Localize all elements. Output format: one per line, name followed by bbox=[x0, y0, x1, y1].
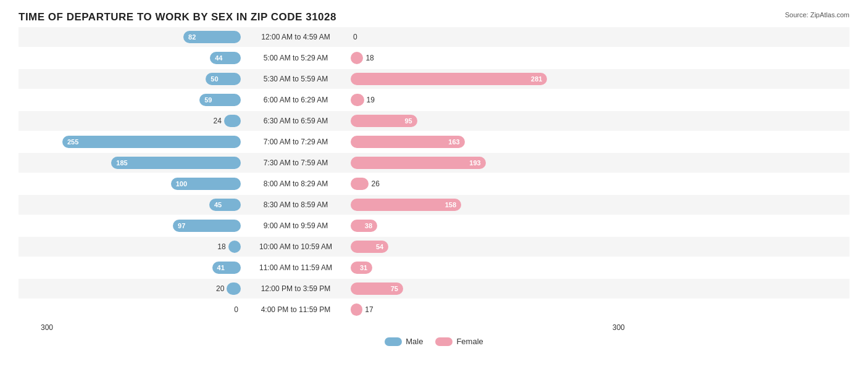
female-bar: 95 bbox=[351, 115, 417, 127]
female-bar: 54 bbox=[351, 241, 388, 253]
female-bar-container: 163 bbox=[351, 136, 573, 148]
male-bar: 255 bbox=[62, 136, 241, 148]
chart-row: 979:00 AM to 9:59 AM38 bbox=[19, 216, 849, 236]
female-bar: 38 bbox=[351, 220, 377, 232]
male-bar: 82 bbox=[183, 31, 241, 43]
female-bar: 163 bbox=[351, 136, 465, 148]
chart-row: 505:30 AM to 5:59 AM281 bbox=[19, 69, 849, 89]
male-num-label: 18 bbox=[207, 242, 226, 251]
axis-row: 300 300 bbox=[19, 323, 849, 332]
male-bar-container: 24 bbox=[19, 115, 241, 127]
male-bar: 45 bbox=[209, 199, 241, 211]
chart-row: 04:00 PM to 11:59 PM17 bbox=[19, 300, 849, 320]
chart-row: 4111:00 AM to 11:59 AM31 bbox=[19, 258, 849, 278]
time-range-label: 10:00 AM to 10:59 AM bbox=[241, 242, 351, 251]
female-bar-container: 38 bbox=[351, 220, 573, 232]
male-bar bbox=[227, 282, 241, 295]
male-bar-container: 0 bbox=[19, 303, 241, 316]
time-range-label: 6:00 AM to 6:29 AM bbox=[241, 96, 351, 104]
male-bar-container: 41 bbox=[19, 262, 241, 274]
female-bar-inside-label: 75 bbox=[391, 285, 403, 292]
female-bar bbox=[351, 178, 369, 190]
axis-left-label: 300 bbox=[19, 323, 56, 332]
chart-row: 1810:00 AM to 10:59 AM54 bbox=[19, 237, 849, 257]
legend-male-color bbox=[385, 337, 402, 346]
female-bar-inside-label: 38 bbox=[365, 222, 377, 229]
male-bar-container: 185 bbox=[19, 157, 241, 169]
female-bar-container: 95 bbox=[351, 115, 573, 127]
time-range-label: 7:30 AM to 7:59 AM bbox=[241, 159, 351, 167]
legend-female: Female bbox=[435, 337, 483, 346]
female-bar: 193 bbox=[351, 157, 486, 169]
male-bar-inside-label: 100 bbox=[171, 180, 187, 188]
time-range-label: 6:30 AM to 6:59 AM bbox=[241, 117, 351, 125]
male-bar-inside-label: 44 bbox=[210, 54, 222, 62]
female-bar-inside-label: 163 bbox=[448, 138, 464, 146]
female-bar-container: 18 bbox=[351, 52, 573, 64]
male-bar: 50 bbox=[206, 73, 241, 85]
male-bar-inside-label: 50 bbox=[206, 75, 218, 83]
female-bar-container: 17 bbox=[351, 303, 573, 316]
male-num-label: 0 bbox=[220, 305, 238, 314]
legend: Male Female bbox=[19, 337, 849, 346]
source-label: Source: ZipAtlas.com bbox=[785, 11, 849, 19]
male-bar: 185 bbox=[111, 157, 241, 169]
male-bar bbox=[224, 115, 241, 127]
time-range-label: 4:00 PM to 11:59 PM bbox=[241, 305, 351, 314]
male-bar-container: 82 bbox=[19, 31, 241, 43]
time-range-label: 11:00 AM to 11:59 AM bbox=[241, 263, 351, 272]
male-bar-inside-label: 41 bbox=[212, 264, 225, 271]
chart-row: 596:00 AM to 6:29 AM19 bbox=[19, 90, 849, 110]
female-bar: 31 bbox=[351, 262, 372, 274]
chart-row: 246:30 AM to 6:59 AM95 bbox=[19, 111, 849, 131]
time-range-label: 12:00 PM to 3:59 PM bbox=[241, 284, 351, 293]
chart-row: 458:30 AM to 8:59 AM158 bbox=[19, 195, 849, 215]
legend-male: Male bbox=[385, 337, 423, 346]
male-bar-container: 50 bbox=[19, 73, 241, 85]
female-bar-container: 193 bbox=[351, 157, 573, 169]
male-bar-container: 44 bbox=[19, 52, 241, 64]
female-bar-container: 158 bbox=[351, 199, 573, 211]
axis-right-label: 300 bbox=[610, 323, 647, 332]
female-bar-inside-label: 193 bbox=[469, 159, 485, 167]
male-bar: 44 bbox=[210, 52, 241, 64]
time-range-label: 8:30 AM to 8:59 AM bbox=[241, 200, 351, 209]
male-bar: 97 bbox=[173, 220, 241, 232]
female-bar bbox=[351, 52, 363, 64]
male-bar: 41 bbox=[212, 262, 241, 274]
male-bar-container: 18 bbox=[19, 241, 241, 253]
chart-row: 1857:30 AM to 7:59 AM193 bbox=[19, 153, 849, 173]
legend-female-label: Female bbox=[456, 337, 483, 346]
chart-title: TIME OF DEPARTURE TO WORK BY SEX IN ZIP … bbox=[19, 11, 849, 23]
female-bar: 281 bbox=[351, 73, 547, 85]
female-num-label: 17 bbox=[365, 305, 383, 314]
female-bar: 158 bbox=[351, 199, 461, 211]
male-bar-container: 97 bbox=[19, 220, 241, 232]
legend-male-label: Male bbox=[406, 337, 423, 346]
male-bar-inside-label: 45 bbox=[209, 201, 222, 208]
male-bar: 100 bbox=[171, 178, 241, 190]
chart-row: 445:00 AM to 5:29 AM18 bbox=[19, 48, 849, 68]
female-bar-container: 75 bbox=[351, 282, 573, 295]
female-num-label: 18 bbox=[365, 54, 384, 62]
female-bar bbox=[351, 94, 364, 106]
male-bar-inside-label: 97 bbox=[173, 222, 185, 229]
female-bar-inside-label: 31 bbox=[360, 264, 372, 271]
chart-container: TIME OF DEPARTURE TO WORK BY SEX IN ZIP … bbox=[0, 0, 868, 367]
male-bar-inside-label: 255 bbox=[62, 138, 78, 146]
female-bar-container: 281 bbox=[351, 73, 573, 85]
female-bar-container: 26 bbox=[351, 178, 573, 190]
male-bar: 59 bbox=[199, 94, 241, 106]
female-bar-inside-label: 281 bbox=[531, 75, 547, 83]
time-range-label: 12:00 AM to 4:59 AM bbox=[241, 33, 351, 41]
chart-row: 8212:00 AM to 4:59 AM0 bbox=[19, 27, 849, 47]
male-bar-inside-label: 82 bbox=[183, 33, 196, 41]
female-bar-container: 31 bbox=[351, 262, 573, 274]
male-bar-inside-label: 59 bbox=[199, 96, 212, 104]
male-num-label: 20 bbox=[206, 284, 224, 293]
female-bar bbox=[351, 303, 362, 316]
male-bar-container: 100 bbox=[19, 178, 241, 190]
time-range-label: 5:00 AM to 5:29 AM bbox=[241, 54, 351, 62]
male-num-label: 24 bbox=[203, 117, 222, 125]
female-num-label: 26 bbox=[371, 179, 390, 188]
